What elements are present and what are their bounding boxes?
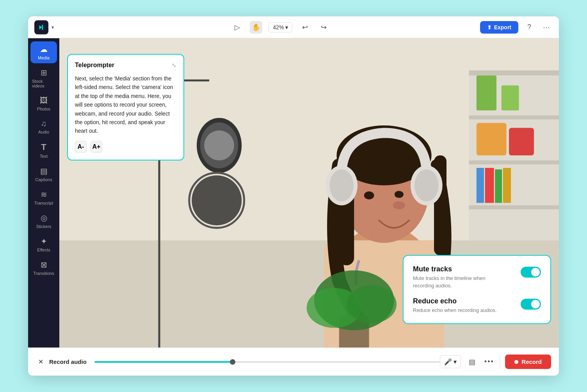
svg-rect-11	[509, 128, 534, 155]
record-audio-label: Record audio	[49, 358, 87, 365]
logo	[34, 20, 48, 34]
record-button-label: Record	[521, 358, 542, 365]
svg-point-39	[347, 285, 397, 323]
sidebar-item-label-text: Text	[40, 154, 48, 159]
svg-rect-10	[477, 123, 507, 155]
close-record-button[interactable]: ✕	[36, 357, 45, 367]
sidebar-item-label-media: Media	[38, 55, 50, 60]
record-dot-icon	[514, 360, 518, 364]
svg-point-35	[395, 191, 404, 198]
text-icon: T	[41, 142, 46, 152]
svg-rect-8	[477, 75, 496, 110]
svg-rect-15	[503, 168, 511, 203]
sidebar-item-label-transitions: Transitions	[33, 271, 54, 276]
teleprompter-expand-icon[interactable]: ⤡	[172, 62, 176, 68]
more-bottom-button[interactable]: •••	[483, 356, 495, 368]
audio-icon: ♫	[41, 119, 47, 128]
timeline-track[interactable]	[94, 361, 440, 363]
project-chevron-icon[interactable]: ▾	[52, 25, 54, 30]
captions-icon: ▤	[40, 166, 48, 176]
mic-icon: 🎤	[444, 358, 452, 365]
sidebar-item-photos[interactable]: 🖼 Photos	[30, 93, 57, 114]
more-options-button[interactable]: ⋯	[540, 21, 553, 34]
mute-tracks-toggle[interactable]	[521, 267, 541, 278]
settings-popup: Mute tracks Mute tracks in the timeline …	[403, 255, 551, 324]
svg-point-32	[414, 169, 438, 201]
sidebar-item-label-effects: Effects	[37, 248, 50, 252]
svg-rect-9	[502, 86, 519, 110]
reduce-echo-row: Reduce echo Reduce echo when recording a…	[413, 297, 541, 314]
sidebar-item-label-captions: Captions	[35, 177, 52, 182]
help-button[interactable]: ?	[523, 21, 535, 34]
main-area: ☁ Media ⊞ Stock videos 🖼 Photos ♫ Audio …	[28, 38, 559, 347]
undo-button[interactable]: ↩	[299, 21, 311, 34]
sidebar-item-text[interactable]: T Text	[30, 139, 57, 162]
app-window: ▾ ▷ ✋ 42% ▾ ↩ ↪ ⬆ Export ? ⋯ ☁ Media	[28, 16, 559, 376]
timeline-area	[94, 361, 440, 363]
sidebar-item-stock-videos[interactable]: ⊞ Stock videos	[30, 65, 57, 91]
font-increase-button[interactable]: A+	[91, 141, 102, 153]
svg-point-31	[329, 169, 353, 201]
transitions-icon: ⊠	[41, 260, 47, 269]
teleprompter-text: Next, select the 'Media' section from th…	[75, 74, 176, 135]
mic-chevron-icon: ▾	[454, 358, 457, 365]
sidebar-item-stickers[interactable]: ◎ Stickers	[30, 210, 57, 232]
sidebar-item-transitions[interactable]: ⊠ Transitions	[30, 257, 57, 279]
font-decrease-button[interactable]: A-	[75, 141, 87, 153]
transcript-icon: ≋	[41, 190, 47, 199]
teleprompter-header: Teleprompter ⤡	[75, 62, 176, 69]
export-button[interactable]: ⬆ Export	[480, 21, 518, 34]
svg-rect-4	[469, 70, 559, 75]
record-action-button[interactable]: Record	[505, 355, 551, 369]
sidebar-item-captions[interactable]: ▤ Captions	[30, 163, 57, 185]
sidebar-item-label-stock-videos: Stock videos	[32, 79, 55, 88]
svg-point-22	[192, 175, 242, 225]
canvas-area: Teleprompter ⤡ Next, select the 'Media' …	[59, 38, 559, 347]
top-bar-left: ▾	[34, 20, 81, 34]
sidebar-item-audio[interactable]: ♫ Audio	[30, 116, 57, 137]
sidebar: ☁ Media ⊞ Stock videos 🖼 Photos ♫ Audio …	[28, 38, 59, 347]
sidebar-item-label-audio: Audio	[38, 130, 49, 134]
bottom-separator	[500, 356, 500, 367]
svg-rect-12	[477, 168, 484, 203]
reduce-echo-info: Reduce echo Reduce echo when recording a…	[413, 297, 497, 314]
timeline-thumb[interactable]	[230, 359, 235, 365]
sidebar-item-label-photos: Photos	[37, 107, 50, 111]
redo-button[interactable]: ↪	[317, 21, 330, 34]
timeline-progress	[94, 361, 233, 363]
teleprompter-footer: A- A+	[75, 141, 176, 153]
sidebar-item-label-stickers: Stickers	[36, 224, 51, 229]
svg-point-33	[393, 201, 405, 209]
reduce-echo-toggle[interactable]	[521, 299, 541, 310]
sidebar-item-transcript[interactable]: ≋ Transcript	[30, 187, 57, 208]
svg-rect-14	[495, 169, 502, 203]
reduce-echo-title: Reduce echo	[413, 297, 497, 305]
reduce-echo-desc: Reduce echo when recording audios.	[413, 307, 497, 314]
bottom-controls: 🎤 ▾ ▤ ••• Record	[440, 355, 551, 369]
sidebar-item-label-transcript: Transcript	[34, 201, 53, 205]
captions-bottom-button[interactable]: ▤	[466, 356, 478, 368]
sidebar-item-media[interactable]: ☁ Media	[30, 41, 57, 63]
mute-tracks-desc: Mute tracks in the timeline when recordi…	[413, 275, 507, 289]
photos-icon: 🖼	[40, 96, 48, 105]
teleprompter-popup: Teleprompter ⤡ Next, select the 'Media' …	[67, 54, 184, 160]
svg-rect-13	[485, 168, 494, 203]
mute-tracks-row: Mute tracks Mute tracks in the timeline …	[413, 265, 541, 289]
hand-tool-button[interactable]: ✋	[250, 21, 262, 34]
mute-tracks-title: Mute tracks	[413, 265, 507, 273]
top-bar: ▾ ▷ ✋ 42% ▾ ↩ ↪ ⬆ Export ? ⋯	[28, 16, 559, 38]
svg-rect-7	[469, 205, 559, 209]
sidebar-item-effects[interactable]: ✦ Effects	[30, 233, 57, 255]
svg-rect-5	[469, 116, 559, 119]
export-label: Export	[494, 24, 511, 30]
play-tool-button[interactable]: ▷	[231, 21, 244, 34]
zoom-level-label: 42%	[273, 24, 284, 30]
stickers-icon: ◎	[41, 213, 47, 223]
media-icon: ☁	[40, 45, 48, 54]
effects-icon: ✦	[41, 237, 47, 246]
teleprompter-title: Teleprompter	[75, 62, 114, 69]
zoom-control[interactable]: 42% ▾	[269, 22, 292, 32]
microphone-button[interactable]: 🎤 ▾	[440, 355, 461, 368]
bottom-bar: ✕ Record audio 🎤 ▾ ▤ ••• Record	[28, 347, 559, 376]
svg-rect-6	[469, 160, 559, 164]
